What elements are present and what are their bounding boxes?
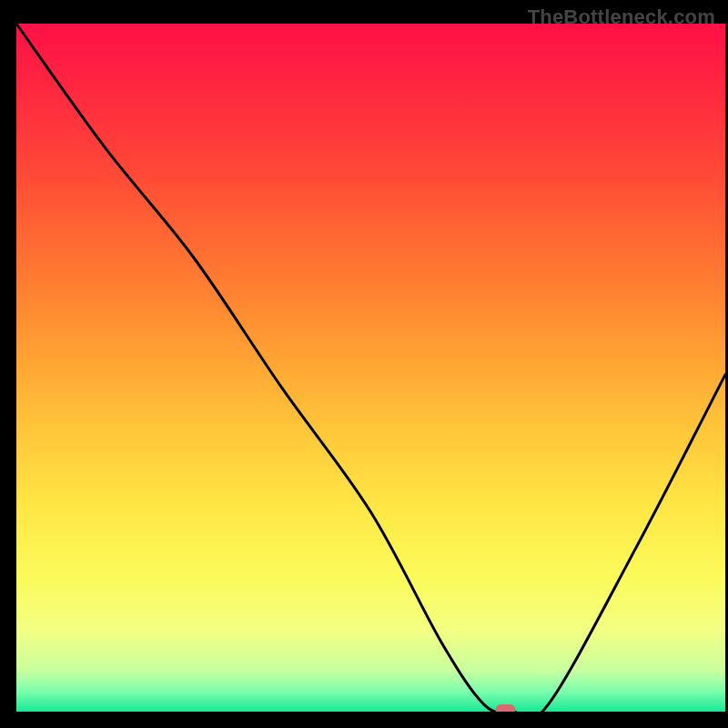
border-left: [0, 0, 16, 728]
chart-frame: [0, 0, 728, 728]
watermark-text: TheBottleneck.com: [528, 5, 715, 29]
border-bottom: [0, 712, 728, 728]
chart-svg: [0, 0, 728, 728]
background-gradient: [16, 24, 725, 712]
